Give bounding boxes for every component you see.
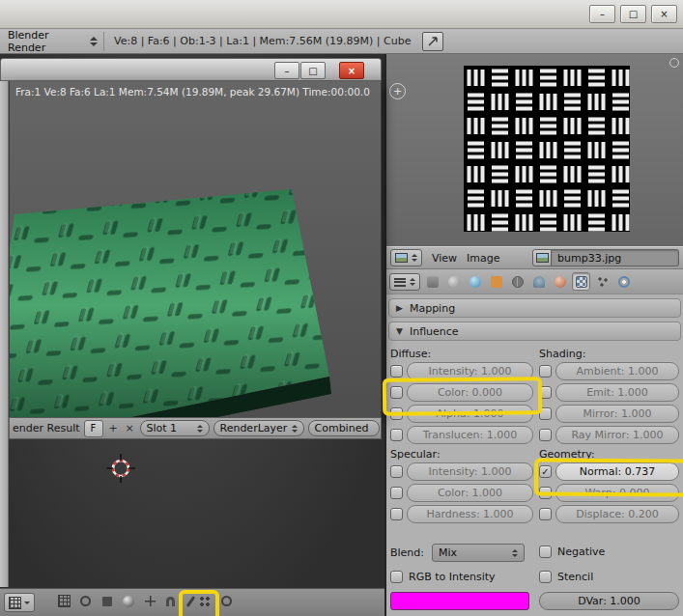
- image-name-field[interactable]: bump33.jpg: [552, 249, 679, 266]
- tab-texture[interactable]: [572, 272, 590, 291]
- diffuse-alpha-checkbox[interactable]: [390, 407, 403, 420]
- diffuse-color-checkbox[interactable]: [390, 386, 403, 399]
- menu-image[interactable]: Image: [467, 252, 499, 265]
- chevron-updown-icon: [197, 425, 203, 433]
- mapping-panel-header[interactable]: ▶ Mapping: [388, 298, 681, 318]
- render-maximize-button[interactable]: □: [300, 62, 326, 79]
- tab-physics[interactable]: [614, 272, 633, 291]
- toolshelf-expand-icon[interactable]: +: [389, 83, 406, 99]
- blend-mode-select[interactable]: Mix: [432, 544, 525, 562]
- geometry-normal-slider[interactable]: Normal: 0.737: [555, 462, 679, 481]
- unlink-icon[interactable]: ×: [124, 422, 136, 434]
- editor-type-button[interactable]: [4, 593, 35, 612]
- influence-panel-label: Influence: [410, 325, 459, 338]
- diffuse-translucency-checkbox[interactable]: [390, 429, 403, 441]
- render-minimize-button[interactable]: –: [274, 62, 299, 79]
- tab-particles[interactable]: [593, 272, 612, 291]
- close-button[interactable]: ×: [651, 5, 677, 23]
- render-preview-icon[interactable]: [196, 593, 213, 609]
- diffuse-alpha-slider[interactable]: Alpha: 1.000: [407, 405, 533, 423]
- maximize-button[interactable]: □: [620, 5, 646, 23]
- image-datablock: bump33.jpg: [532, 249, 679, 266]
- rotation-center-icon[interactable]: [77, 593, 94, 609]
- bump-texture-preview: [464, 66, 630, 235]
- viewport-header: [0, 588, 384, 616]
- image-editor-header: View Image bump33.jpg: [386, 246, 683, 269]
- shading-mirror-slider[interactable]: Mirror: 1.000: [555, 405, 679, 423]
- shading-ambient-checkbox[interactable]: [539, 365, 552, 378]
- snap-element-icon[interactable]: [218, 593, 235, 609]
- render-stats: Fra:1 Ve:8 Fa:6 La:1 Mem:7.54M (19.89M, …: [15, 86, 370, 98]
- physics-icon: [618, 276, 630, 288]
- pivot-icon[interactable]: [99, 593, 115, 609]
- rgb-to-intensity-checkbox[interactable]: [390, 571, 403, 583]
- properties-editor-type-button[interactable]: [389, 273, 420, 291]
- tab-world[interactable]: [466, 272, 484, 291]
- dvar-slider[interactable]: DVar: 1.000: [539, 592, 679, 610]
- render-close-button[interactable]: ×: [339, 62, 364, 79]
- texture-checker-icon: [576, 276, 587, 288]
- browse-image-icon[interactable]: [532, 249, 552, 266]
- render-engine-label: Blender Render: [8, 29, 90, 54]
- geometry-warp-checkbox[interactable]: [539, 487, 552, 499]
- shading-emit-slider[interactable]: Emit: 1.000: [555, 383, 679, 402]
- specular-color-slider[interactable]: Color: 1.000: [407, 484, 533, 502]
- tab-scene[interactable]: [444, 272, 463, 291]
- render-engine-select[interactable]: Blender Render: [2, 32, 104, 51]
- fake-user-button[interactable]: F: [84, 420, 103, 437]
- shading-raymirror-checkbox[interactable]: [539, 429, 552, 441]
- specular-intensity-checkbox[interactable]: [390, 465, 403, 478]
- specular-color-checkbox[interactable]: [390, 487, 403, 499]
- image-editor-type-button[interactable]: [390, 249, 422, 266]
- specular-hardness-slider[interactable]: Hardness: 1.000: [407, 505, 533, 523]
- shading-sphere-icon[interactable]: [120, 593, 136, 609]
- diffuse-intensity-checkbox[interactable]: [390, 365, 403, 378]
- chevron-updown-icon: [410, 278, 415, 286]
- panel-options-icon[interactable]: [669, 58, 679, 68]
- specular-hardness-checkbox[interactable]: [390, 508, 403, 520]
- geometry-displace-slider[interactable]: Displace: 0.200: [555, 505, 679, 523]
- shading-mirror-checkbox[interactable]: [539, 407, 552, 420]
- scene-stats: Ve:8 | Fa:6 | Ob:1-3 | La:1 | Mem:7.56M …: [114, 35, 411, 47]
- blend-color-swatch[interactable]: [390, 592, 529, 610]
- layers-icon[interactable]: [56, 593, 72, 609]
- screen-layout-icon[interactable]: [422, 32, 443, 51]
- diffuse-color-slider[interactable]: Color: 0.000: [407, 383, 533, 402]
- shading-emit-checkbox[interactable]: [539, 386, 552, 399]
- shading-raymirror-slider[interactable]: Ray Mirror: 1.000: [555, 426, 679, 444]
- manipulator-icon[interactable]: [142, 593, 158, 609]
- geometry-warp-slider[interactable]: Warp: 0.000: [555, 484, 679, 502]
- shading-ambient-slider[interactable]: Ambient: 1.000: [555, 362, 679, 380]
- add-slot-icon[interactable]: +: [107, 422, 120, 434]
- tab-material[interactable]: [551, 272, 569, 291]
- image-editor-area: +: [386, 54, 683, 246]
- render-window-titlebar[interactable]: – □ ×: [0, 58, 382, 81]
- rendered-plane-image: [10, 81, 382, 417]
- object-icon: [491, 276, 502, 288]
- tab-modifiers[interactable]: [529, 272, 548, 291]
- minimize-button[interactable]: –: [589, 5, 615, 23]
- shading-emit-row: Emit: 1.000: [539, 383, 679, 402]
- influence-panel-header[interactable]: ▼ Influence: [388, 322, 681, 341]
- diffuse-translucency-slider[interactable]: Translucen: 1.000: [407, 426, 533, 444]
- render-layer-select[interactable]: RenderLayer: [213, 420, 304, 436]
- properties-icon: [394, 277, 406, 287]
- chevron-updown-icon: [512, 549, 518, 557]
- snap-magnet-icon[interactable]: [162, 593, 179, 609]
- negative-checkbox[interactable]: [539, 546, 552, 558]
- stencil-checkbox[interactable]: [539, 571, 552, 583]
- cursor-3d-icon: [104, 452, 137, 488]
- tab-constraints[interactable]: [508, 272, 526, 291]
- blend-label: Blend:: [390, 546, 424, 559]
- diffuse-intensity-slider[interactable]: Intensity: 1.000: [407, 362, 533, 380]
- menu-view[interactable]: View: [432, 252, 457, 265]
- expand-arrow-icon: ▼: [396, 326, 403, 336]
- specular-intensity-slider[interactable]: Intensity: 1.000: [407, 462, 533, 481]
- blender-app: – □ × Blender Render Ve:8 | Fa:6 | Ob:1-…: [0, 0, 683, 616]
- tab-object[interactable]: [487, 272, 505, 291]
- geometry-displace-checkbox[interactable]: [539, 508, 552, 520]
- slot-select[interactable]: Slot 1: [140, 420, 210, 436]
- geometry-normal-checkbox[interactable]: ✓: [539, 465, 552, 478]
- tab-render[interactable]: [423, 272, 441, 291]
- render-pass-select[interactable]: Combined: [308, 420, 380, 436]
